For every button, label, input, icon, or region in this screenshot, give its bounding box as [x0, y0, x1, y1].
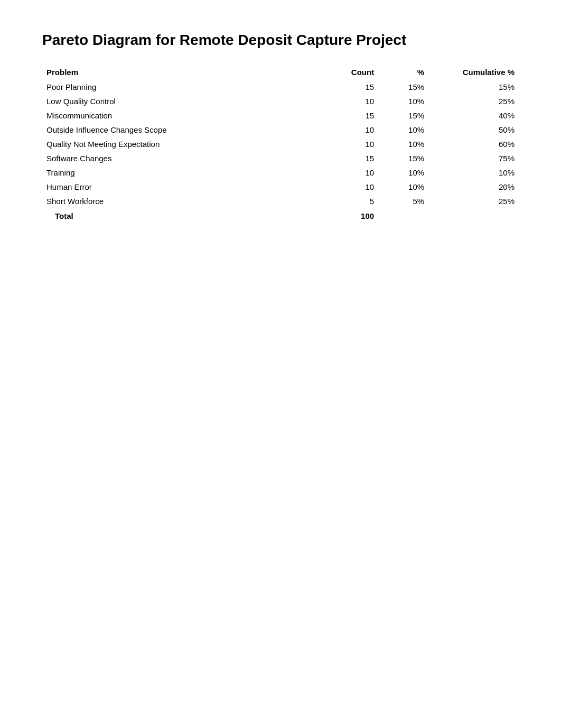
cell-cumulative: 50%	[428, 123, 519, 137]
cell-pct: 10%	[378, 165, 428, 180]
cell-count: 10	[318, 180, 378, 194]
header-cumulative: Cumulative %	[428, 64, 519, 80]
cell-pct: 15%	[378, 151, 428, 165]
header-count: Count	[318, 64, 378, 80]
cell-count: 10	[318, 137, 378, 151]
cell-pct: 10%	[378, 180, 428, 194]
cell-pct: 10%	[378, 94, 428, 108]
cell-cumulative: 25%	[428, 194, 519, 208]
cell-cumulative: 25%	[428, 94, 519, 108]
cell-problem: Miscommunication	[42, 108, 318, 123]
cell-count: 10	[318, 123, 378, 137]
cell-count: 15	[318, 80, 378, 94]
table-row: Miscommunication 15 15% 40%	[42, 108, 519, 123]
table-row: Human Error 10 10% 20%	[42, 180, 519, 194]
cell-count: 10	[318, 165, 378, 180]
cell-problem: Human Error	[42, 180, 318, 194]
cell-problem: Outside Influence Changes Scope	[42, 123, 318, 137]
cell-count: 15	[318, 108, 378, 123]
cell-problem: Training	[42, 165, 318, 180]
table-row: Low Quality Control 10 10% 25%	[42, 94, 519, 108]
cell-cumulative: 60%	[428, 137, 519, 151]
table-row: Software Changes 15 15% 75%	[42, 151, 519, 165]
cell-problem: Quality Not Meeting Expectation	[42, 137, 318, 151]
total-count: 100	[318, 208, 378, 224]
cell-pct: 10%	[378, 137, 428, 151]
cell-pct: 10%	[378, 123, 428, 137]
cell-cumulative: 10%	[428, 165, 519, 180]
cell-problem: Low Quality Control	[42, 94, 318, 108]
cell-problem: Software Changes	[42, 151, 318, 165]
table-row: Poor Planning 15 15% 15%	[42, 80, 519, 94]
cell-cumulative: 20%	[428, 180, 519, 194]
cell-problem: Poor Planning	[42, 80, 318, 94]
page-title: Pareto Diagram for Remote Deposit Captur…	[42, 32, 519, 49]
cell-count: 5	[318, 194, 378, 208]
total-label: Total	[42, 208, 318, 224]
cell-problem: Short Workforce	[42, 194, 318, 208]
cell-pct: 5%	[378, 194, 428, 208]
cell-count: 10	[318, 94, 378, 108]
header-problem: Problem	[42, 64, 318, 80]
table-row: Short Workforce 5 5% 25%	[42, 194, 519, 208]
table-row: Outside Influence Changes Scope 10 10% 5…	[42, 123, 519, 137]
table-header-row: Problem Count % Cumulative %	[42, 64, 519, 80]
cell-pct: 15%	[378, 80, 428, 94]
table-row: Training 10 10% 10%	[42, 165, 519, 180]
cell-cumulative: 15%	[428, 80, 519, 94]
total-row: Total 100	[42, 208, 519, 224]
cell-count: 15	[318, 151, 378, 165]
cell-cumulative: 75%	[428, 151, 519, 165]
cell-pct: 15%	[378, 108, 428, 123]
header-pct: %	[378, 64, 428, 80]
table-row: Quality Not Meeting Expectation 10 10% 6…	[42, 137, 519, 151]
cell-cumulative: 40%	[428, 108, 519, 123]
pareto-table: Problem Count % Cumulative % Poor Planni…	[42, 64, 519, 224]
